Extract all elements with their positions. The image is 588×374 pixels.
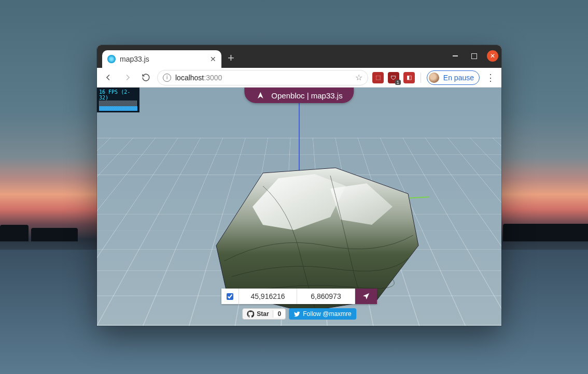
address-bar[interactable]: i localhost:3000 ☆: [157, 70, 368, 85]
fps-stats: 16 FPS (2-32): [97, 88, 139, 112]
latitude-input[interactable]: 45,916216: [239, 289, 297, 304]
navigate-icon: [362, 292, 370, 300]
twitter-follow-label: Follow @maxmre: [303, 310, 352, 318]
extension-icon[interactable]: ⬚: [372, 72, 384, 83]
new-tab-button[interactable]: +: [221, 51, 241, 68]
go-button[interactable]: [355, 289, 377, 304]
browser-toolbar: i localhost:3000 ☆ ⬚ 🛡1 ◧ En pause ⋮: [97, 68, 501, 88]
react-favicon-icon: [107, 55, 116, 63]
twitter-follow-button[interactable]: Follow @maxmre: [289, 308, 356, 320]
bookmark-icon[interactable]: ☆: [355, 73, 362, 82]
fps-text: 16 FPS (2-32): [99, 89, 130, 100]
back-button[interactable]: [101, 70, 116, 85]
extension-badge: 1: [395, 80, 401, 85]
app-header-text: Openbloc | map33.js: [271, 91, 342, 100]
longitude-input[interactable]: 6,860973: [297, 289, 355, 304]
github-star-count: 0: [274, 310, 286, 318]
extension-icon[interactable]: 🛡1: [388, 72, 399, 83]
github-star-button[interactable]: Star 0: [242, 308, 286, 320]
social-buttons: Star 0 Follow @maxmre: [242, 308, 356, 320]
address-port: :3000: [204, 74, 222, 82]
github-icon: [247, 310, 254, 318]
profile-button[interactable]: En pause: [427, 70, 480, 85]
reload-button[interactable]: [138, 70, 153, 85]
pin-checkbox[interactable]: [227, 293, 233, 300]
browser-tab[interactable]: map33.js ✕: [102, 50, 221, 68]
openbloc-logo-icon: [256, 91, 265, 100]
app-header-badge[interactable]: Openbloc | map33.js: [244, 88, 354, 103]
github-star-label: Star: [257, 310, 269, 318]
pin-checkbox-cell: [221, 289, 239, 304]
maximize-button[interactable]: [468, 50, 480, 62]
close-tab-icon[interactable]: ✕: [210, 55, 216, 63]
tab-title: map33.js: [120, 55, 149, 63]
avatar-icon: [429, 73, 439, 83]
app-viewport[interactable]: 16 FPS (2-32) Openbloc | map33.js 45,916…: [97, 88, 501, 326]
twitter-icon: [293, 311, 300, 318]
extension-icon[interactable]: ◧: [403, 72, 415, 83]
profile-label: En pause: [443, 74, 474, 82]
address-host: localhost: [175, 74, 204, 82]
minimize-button[interactable]: [450, 50, 461, 62]
browser-window: map33.js ✕ + ✕ i localhost:3000 ☆ ⬚ 🛡1 ◧: [97, 45, 501, 326]
site-info-icon[interactable]: i: [163, 74, 171, 82]
menu-button[interactable]: ⋮: [484, 72, 497, 83]
forward-button[interactable]: [120, 70, 134, 85]
titlebar: map33.js ✕ + ✕: [97, 45, 501, 68]
coordinate-bar: 45,916216 6,860973: [221, 289, 377, 304]
y-axis: [299, 88, 300, 226]
close-window-button[interactable]: ✕: [487, 50, 498, 62]
